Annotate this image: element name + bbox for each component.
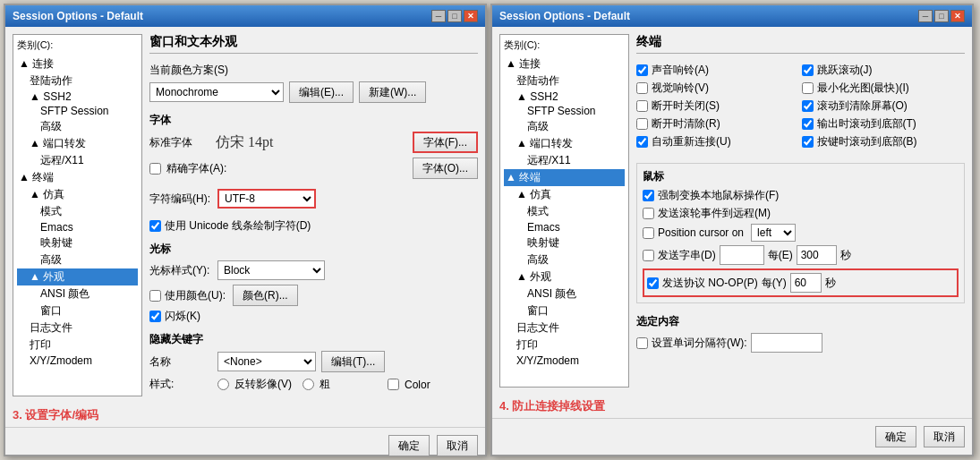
send-proto-checkbox[interactable]	[647, 277, 659, 289]
cursor-section-label: 光标	[149, 242, 478, 257]
scroll-output-checkbox[interactable]	[802, 118, 814, 130]
encoding-select[interactable]: UTF-8	[217, 189, 316, 209]
tree-item-remote-1[interactable]: 远程/X11	[17, 152, 138, 169]
tree2-login[interactable]: 登陆动作	[504, 72, 625, 89]
tree-item-login-1[interactable]: 登陆动作	[17, 72, 138, 89]
color-btn[interactable]: 颜色(R)...	[233, 285, 298, 306]
tree2-adv-ssh[interactable]: 高级	[504, 118, 625, 135]
cancel-button-1[interactable]: 取消	[437, 435, 478, 456]
use-color-checkbox[interactable]	[149, 290, 161, 302]
tree-item-advanced-ssh-1[interactable]: 高级	[17, 118, 138, 135]
tree-item-emulation-1[interactable]: ▲ 仿真	[17, 186, 138, 203]
tree-item-terminal-1[interactable]: ▲ 终端	[17, 169, 138, 186]
send-wheel-row: 发送滚轮事件到远程(M)	[643, 206, 959, 221]
title-bar-2: Session Options - Default ─ □ ✕	[492, 5, 972, 27]
minimize-button-2[interactable]: ─	[918, 10, 933, 22]
tree2-remote[interactable]: 远程/X11	[504, 152, 625, 169]
maximize-button-1[interactable]: □	[447, 10, 462, 22]
maximize-button-2[interactable]: □	[934, 10, 949, 22]
tree2-adv-emu[interactable]: 高级	[504, 251, 625, 268]
close-button-1[interactable]: ✕	[464, 10, 478, 22]
new-color-btn[interactable]: 新建(W)...	[359, 81, 426, 103]
ok-button-1[interactable]: 确定	[388, 435, 430, 456]
reverse-radio[interactable]	[217, 379, 229, 390]
content-panel-2: 终端 声音响铃(A) 视觉响铃(V) 断开时关闭(S)	[636, 34, 965, 388]
tree2-connect[interactable]: ▲ 连接	[504, 55, 625, 72]
cursor-style-select[interactable]: Block	[217, 260, 325, 280]
sound-bell-row: 声音响铃(A)	[636, 63, 800, 78]
dialog1-body: 类别(C): ▲ 连接 登陆动作 ▲ SSH2 SFTP Session 高级 …	[5, 27, 485, 404]
color-checkbox[interactable]	[388, 379, 399, 390]
send-string-input[interactable]	[720, 245, 764, 265]
tree-item-mode-1[interactable]: 模式	[17, 203, 138, 220]
tree2-window[interactable]: 窗口	[504, 302, 625, 319]
position-cursor-row: Position cursor on left	[643, 224, 959, 242]
tree2-portfwd[interactable]: ▲ 端口转发	[504, 135, 625, 152]
tree-item-connect-1[interactable]: ▲ 连接	[17, 55, 138, 72]
edit-color-btn[interactable]: 编辑(E)...	[289, 81, 354, 103]
mouse-title: 鼠标	[643, 169, 959, 184]
close-button-2[interactable]: ✕	[950, 10, 965, 22]
tree2-emacs[interactable]: Emacs	[504, 220, 625, 234]
tree-item-ansi-1[interactable]: ANSI 颜色	[17, 285, 138, 302]
font-btn2[interactable]: 字体(O)...	[413, 158, 478, 179]
tree-item-appearance-1[interactable]: ▲ 外观	[17, 268, 138, 285]
tree2-log[interactable]: 日志文件	[504, 319, 625, 336]
tree2-ansi[interactable]: ANSI 颜色	[504, 285, 625, 302]
sound-bell-checkbox[interactable]	[636, 64, 648, 76]
font-display: 仿宋 14pt	[216, 133, 273, 152]
tree-item-ssh2-1[interactable]: ▲ SSH2	[17, 89, 138, 104]
tree2-appearance[interactable]: ▲ 外观	[504, 268, 625, 285]
tree-item-log-1[interactable]: 日志文件	[17, 319, 138, 336]
tree2-emulation[interactable]: ▲ 仿真	[504, 186, 625, 203]
tree-item-emacs-1[interactable]: Emacs	[17, 220, 138, 234]
bold-radio[interactable]	[303, 379, 314, 390]
mouse-section: 鼠标 强制变换本地鼠标操作(F) 发送滚轮事件到远程(M) Position c…	[636, 163, 965, 303]
scroll-clear-checkbox[interactable]	[802, 100, 814, 112]
tree-item-keymap-1[interactable]: 映射键	[17, 234, 138, 251]
tree-item-portfwd-1[interactable]: ▲ 端口转发	[17, 135, 138, 152]
content-panel-1: 窗口和文本外观 当前颜色方案(S) Monochrome 编辑(E)... 新建…	[149, 34, 478, 396]
tree2-sftp[interactable]: SFTP Session	[504, 104, 625, 118]
tree-item-sftp-1[interactable]: SFTP Session	[17, 104, 138, 118]
every-e-input[interactable]	[797, 245, 837, 265]
cancel-button-2[interactable]: 取消	[924, 426, 965, 447]
word-sep-checkbox[interactable]	[636, 337, 648, 349]
tree2-print[interactable]: 打印	[504, 336, 625, 354]
scroll-key-checkbox[interactable]	[802, 136, 814, 148]
minimize-button-1[interactable]: ─	[431, 10, 446, 22]
std-font-row: 标准字体 仿宋 14pt 字体(F)...	[149, 132, 478, 153]
hotkey-name-select[interactable]: <None>	[217, 352, 316, 371]
tree2-terminal[interactable]: ▲ 终端	[504, 169, 625, 186]
send-wheel-checkbox[interactable]	[643, 208, 654, 219]
tree-item-advanced-emu-1[interactable]: 高级	[17, 251, 138, 268]
every-y-input[interactable]	[790, 273, 822, 293]
tree2-ssh2[interactable]: ▲ SSH2	[504, 89, 625, 104]
precise-font-checkbox[interactable]	[149, 163, 161, 175]
force-mouse-checkbox[interactable]	[643, 190, 654, 201]
position-cursor-checkbox[interactable]	[643, 227, 654, 239]
send-string-checkbox[interactable]	[643, 250, 654, 261]
clear-disconnect-checkbox[interactable]	[636, 118, 648, 130]
font-btn[interactable]: 字体(F)...	[413, 132, 478, 153]
scroll-key-row: 按键时滚动到底部(B)	[802, 134, 966, 149]
jump-scroll-checkbox[interactable]	[802, 64, 814, 76]
word-sep-input[interactable]	[751, 333, 822, 353]
auto-reconnect-checkbox[interactable]	[636, 136, 648, 148]
tree-item-print-1[interactable]: 打印	[17, 336, 138, 354]
tree-item-window-1[interactable]: 窗口	[17, 302, 138, 319]
unicode-checkbox[interactable]	[149, 220, 161, 232]
hotkey-section: 隐藏关键字 名称 <None> 编辑(T)... 样式: 反转影像(V) 粗 C…	[149, 332, 478, 396]
tree2-keymap[interactable]: 映射键	[504, 234, 625, 251]
min-bitmap-checkbox[interactable]	[802, 82, 814, 94]
position-cursor-select[interactable]: left	[751, 224, 796, 242]
tree2-mode[interactable]: 模式	[504, 203, 625, 220]
close-disconnect-checkbox[interactable]	[636, 100, 648, 112]
edit-t-btn[interactable]: 编辑(T)...	[321, 351, 385, 372]
tree-item-xyz-1[interactable]: X/Y/Zmodem	[17, 354, 138, 368]
ok-button-2[interactable]: 确定	[875, 426, 916, 447]
color-scheme-select[interactable]: Monochrome	[149, 82, 284, 102]
tree2-xyz[interactable]: X/Y/Zmodem	[504, 354, 625, 368]
blink-checkbox[interactable]	[149, 311, 161, 322]
visual-bell-checkbox[interactable]	[636, 82, 648, 94]
